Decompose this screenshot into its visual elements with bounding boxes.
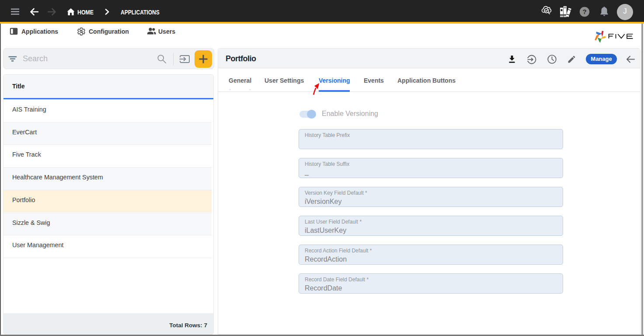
svg-text:?: ? — [582, 8, 586, 15]
